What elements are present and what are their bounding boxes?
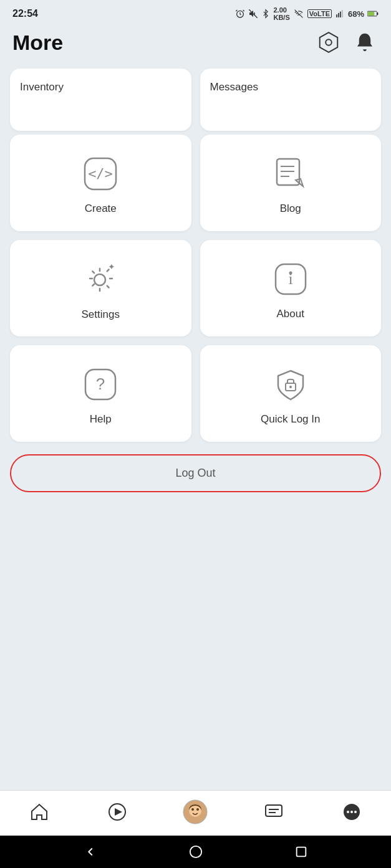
create-icon-container: </> <box>82 155 119 193</box>
svg-point-22 <box>289 271 292 274</box>
svg-rect-42 <box>296 847 306 857</box>
battery-text: 68% <box>348 9 364 19</box>
status-time: 22:54 <box>12 8 38 19</box>
about-label: About <box>277 308 304 320</box>
status-icons: 2.00KB/S VoLTE 68% <box>235 6 379 21</box>
play-nav-icon <box>108 803 127 821</box>
messages-label: Messages <box>210 81 258 93</box>
messages-card[interactable]: Messages <box>200 69 382 131</box>
help-card[interactable]: ? Help <box>10 345 191 442</box>
inventory-card[interactable]: Inventory <box>10 69 191 131</box>
header: More <box>0 25 391 65</box>
svg-point-41 <box>190 846 201 857</box>
svg-rect-8 <box>368 12 374 16</box>
header-icons <box>315 29 379 56</box>
svg-point-33 <box>196 808 199 811</box>
status-bar: 22:54 2.00KB/S VoLTE 68% <box>0 0 391 25</box>
nav-chat[interactable] <box>255 797 292 827</box>
svg-rect-2 <box>336 14 337 17</box>
more-nav-icon <box>342 803 361 821</box>
top-grid-row: Inventory Messages <box>0 65 391 131</box>
wifi-icon <box>293 9 304 18</box>
about-icon-container: i <box>272 260 309 298</box>
nav-avatar[interactable] <box>176 797 214 827</box>
settings-label: Settings <box>82 308 120 321</box>
alarm-icon <box>235 9 245 19</box>
settings-card[interactable]: ✦ Settings <box>10 240 191 336</box>
avatar-nav-icon <box>183 799 208 824</box>
svg-rect-3 <box>338 13 339 17</box>
quick-login-card[interactable]: Quick Log In <box>200 345 382 442</box>
quick-login-icon-container <box>272 366 309 403</box>
bluetooth-icon <box>261 9 270 19</box>
home-nav-icon <box>30 803 49 821</box>
system-nav <box>0 836 391 868</box>
home-system-button[interactable] <box>189 845 203 859</box>
blog-icon-container <box>272 155 309 193</box>
blog-card[interactable]: Blog <box>200 135 382 231</box>
svg-text:</>: </> <box>88 166 113 181</box>
quick-login-label: Quick Log In <box>261 413 320 426</box>
about-card[interactable]: i About <box>200 240 382 336</box>
chat-nav-icon <box>264 803 283 821</box>
svg-point-38 <box>347 811 349 813</box>
notifications-button[interactable] <box>351 29 379 56</box>
lte-icon: VoLTE <box>307 9 332 18</box>
svg-text:?: ? <box>96 374 105 393</box>
back-button[interactable] <box>84 845 97 859</box>
svg-marker-28 <box>115 808 122 816</box>
svg-rect-5 <box>342 10 343 17</box>
svg-point-26 <box>289 386 292 388</box>
create-card[interactable]: </> Create <box>10 135 191 231</box>
mute-icon <box>248 9 258 19</box>
recents-button[interactable] <box>294 845 308 859</box>
blog-icon <box>272 155 309 193</box>
svg-point-10 <box>326 39 332 45</box>
page-title: More <box>12 31 63 55</box>
help-label: Help <box>90 413 112 426</box>
svg-marker-9 <box>320 32 338 52</box>
svg-rect-34 <box>266 805 282 816</box>
svg-point-18 <box>94 274 105 285</box>
blog-label: Blog <box>280 203 301 215</box>
main-grid: </> Create Blog ✦ S <box>0 131 391 448</box>
svg-text:✦: ✦ <box>108 262 115 272</box>
help-icon-container: ? <box>82 366 119 403</box>
signal-icon <box>335 9 345 18</box>
create-label: Create <box>85 203 117 215</box>
battery-icon <box>367 10 379 17</box>
help-icon: ? <box>82 366 119 403</box>
svg-point-39 <box>350 811 353 813</box>
svg-point-40 <box>354 811 357 813</box>
svg-rect-4 <box>340 12 341 17</box>
nav-home[interactable] <box>21 797 58 827</box>
speed-indicator: 2.00KB/S <box>273 6 289 21</box>
logout-container: Log Out <box>0 448 391 501</box>
logout-button[interactable]: Log Out <box>10 454 381 492</box>
svg-rect-7 <box>377 12 378 15</box>
settings-icon-container: ✦ <box>81 260 120 298</box>
settings-header-button[interactable] <box>315 29 342 56</box>
shield-lock-icon <box>272 366 309 403</box>
info-icon: i <box>272 260 309 298</box>
gear-icon: ✦ <box>81 260 120 298</box>
svg-point-32 <box>191 808 194 811</box>
inventory-label: Inventory <box>20 81 64 93</box>
bell-icon <box>354 32 375 53</box>
nav-more[interactable] <box>333 797 370 827</box>
hexagon-settings-icon <box>317 31 340 54</box>
code-icon: </> <box>82 155 119 193</box>
bottom-nav <box>0 790 391 836</box>
nav-play[interactable] <box>99 797 136 827</box>
